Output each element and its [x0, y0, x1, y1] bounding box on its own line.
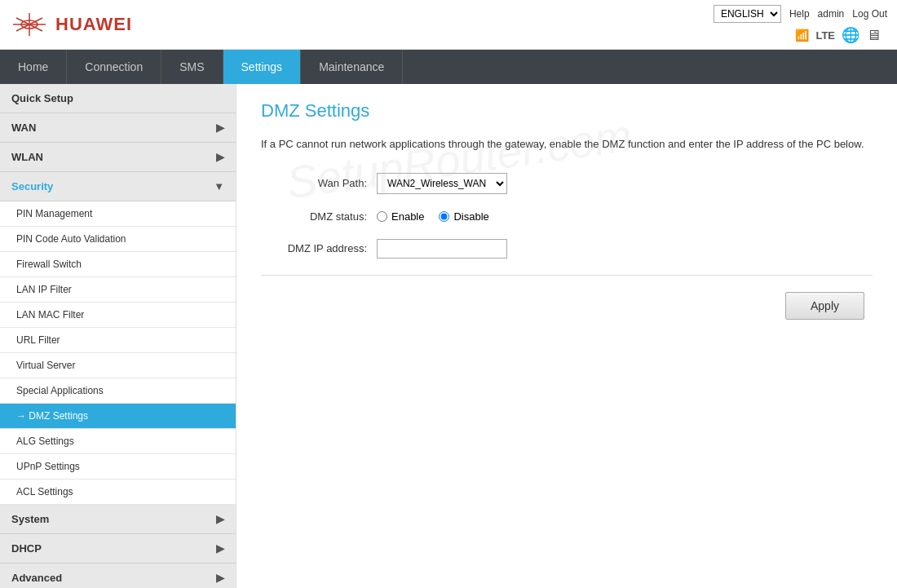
- wan-path-row: Wan Path: WAN2_Wireless_WAN: [261, 173, 873, 194]
- sidebar-item-lan-ip-filter[interactable]: LAN IP Filter: [0, 277, 236, 303]
- dmz-status-label: DMZ status:: [261, 210, 367, 223]
- top-right-controls: ENGLISH Help admin Log Out: [714, 5, 887, 23]
- divider: [261, 275, 873, 276]
- wan-arrow-icon: ▶: [216, 122, 224, 134]
- sidebar-item-special-applications[interactable]: Special Applications: [0, 378, 236, 404]
- dmz-enable-radio[interactable]: [377, 211, 387, 222]
- dmz-ip-input[interactable]: [377, 239, 507, 259]
- security-arrow-icon: ▼: [214, 180, 224, 192]
- status-icons: 📶 LTE 🌐 🖥: [795, 26, 881, 44]
- huawei-logo-icon: [10, 10, 49, 39]
- sidebar-item-lan-mac-filter[interactable]: LAN MAC Filter: [0, 303, 236, 328]
- sidebar: Quick Setup WAN ▶ WLAN ▶ Security ▼ PIN …: [0, 84, 236, 588]
- advanced-arrow-icon: ▶: [216, 572, 224, 584]
- monitor-icon: 🖥: [866, 27, 881, 44]
- logo-text: HUAWEI: [55, 14, 132, 35]
- sidebar-item-url-filter[interactable]: URL Filter: [0, 328, 236, 353]
- dmz-ip-label: DMZ IP address:: [261, 242, 367, 254]
- globe-icon: 🌐: [842, 26, 859, 44]
- admin-link[interactable]: admin: [818, 8, 845, 20]
- wan-path-select[interactable]: WAN2_Wireless_WAN: [377, 173, 507, 194]
- page-title: DMZ Settings: [261, 100, 873, 122]
- dmz-disable-option[interactable]: Disable: [439, 210, 488, 223]
- logo-area: HUAWEI: [10, 10, 132, 39]
- sidebar-section-quicksetup[interactable]: Quick Setup: [0, 84, 236, 113]
- sidebar-item-pin-management[interactable]: PIN Management: [0, 201, 236, 227]
- dmz-status-row: DMZ status: Enable Disable: [261, 210, 873, 223]
- sidebar-section-dhcp[interactable]: DHCP ▶: [0, 534, 236, 564]
- sidebar-item-firewall-switch[interactable]: Firewall Switch: [0, 252, 236, 277]
- sidebar-item-pin-auto-validation[interactable]: PIN Code Auto Validation: [0, 227, 236, 252]
- language-select[interactable]: ENGLISH: [714, 5, 781, 23]
- dmz-ip-row: DMZ IP address:: [261, 239, 873, 259]
- top-bar: HUAWEI ENGLISH Help admin Log Out 📶 LTE …: [0, 0, 897, 50]
- dhcp-arrow-icon: ▶: [216, 542, 224, 555]
- dmz-disable-radio[interactable]: [439, 211, 449, 222]
- sidebar-item-virtual-server[interactable]: Virtual Server: [0, 353, 236, 378]
- sidebar-item-upnp-settings[interactable]: UPnP Settings: [0, 454, 236, 480]
- sidebar-section-wan[interactable]: WAN ▶: [0, 113, 236, 143]
- nav-bar: Home Connection SMS Settings Maintenance: [0, 50, 897, 84]
- nav-sms[interactable]: SMS: [161, 50, 223, 84]
- signal-bars-icon: 📶: [795, 29, 809, 42]
- button-row: Apply: [261, 292, 873, 320]
- help-link[interactable]: Help: [789, 8, 810, 20]
- description-text: If a PC cannot run network applications …: [261, 136, 873, 153]
- sidebar-section-advanced[interactable]: Advanced ▶: [0, 564, 236, 588]
- wlan-arrow-icon: ▶: [216, 151, 224, 163]
- sidebar-section-security[interactable]: Security ▼: [0, 172, 236, 201]
- nav-maintenance[interactable]: Maintenance: [301, 50, 403, 84]
- main-layout: Quick Setup WAN ▶ WLAN ▶ Security ▼ PIN …: [0, 84, 897, 588]
- sidebar-item-acl-settings[interactable]: ACL Settings: [0, 480, 236, 505]
- apply-button[interactable]: Apply: [785, 292, 864, 320]
- sidebar-section-wlan[interactable]: WLAN ▶: [0, 143, 236, 172]
- lte-label: LTE: [815, 29, 835, 42]
- nav-connection[interactable]: Connection: [67, 50, 161, 84]
- sidebar-item-dmz-settings[interactable]: DMZ Settings: [0, 404, 236, 429]
- sidebar-section-system[interactable]: System ▶: [0, 505, 236, 534]
- dmz-enable-option[interactable]: Enable: [377, 210, 424, 223]
- nav-home[interactable]: Home: [0, 50, 67, 84]
- logout-link[interactable]: Log Out: [852, 8, 887, 20]
- sidebar-item-alg-settings[interactable]: ALG Settings: [0, 429, 236, 454]
- system-arrow-icon: ▶: [216, 513, 224, 525]
- dmz-status-radio-group: Enable Disable: [377, 210, 489, 223]
- wan-path-label: Wan Path:: [261, 177, 367, 189]
- content-area: SetupRouter.com DMZ Settings If a PC can…: [236, 84, 897, 588]
- nav-settings[interactable]: Settings: [223, 50, 302, 84]
